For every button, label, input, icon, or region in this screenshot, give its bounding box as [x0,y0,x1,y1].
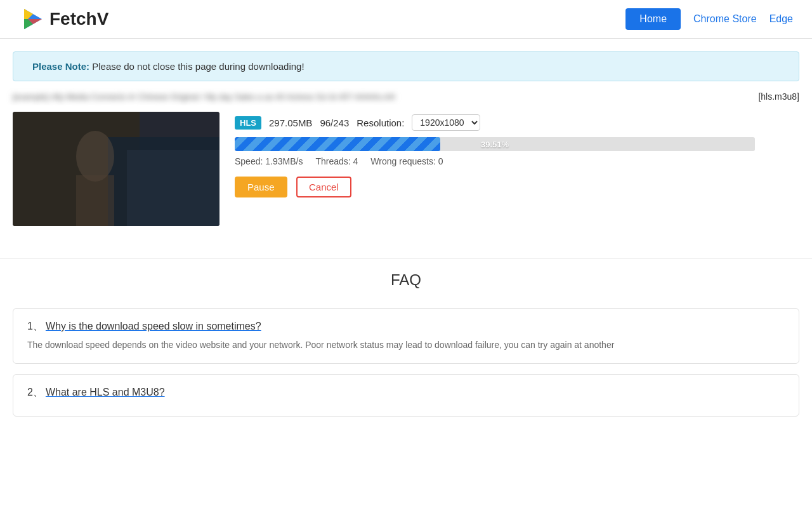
resolution-select[interactable]: 1920x1080 1280x720 854x480 [412,114,480,131]
download-meta: HLS 297.05MB 96/243 Resolution: 1920x108… [235,114,799,131]
faq-question-1: 1、Why is the download speed slow in some… [27,320,785,333]
svg-rect-10 [127,150,219,226]
url-suffix: [hls.m3u8] [758,91,799,102]
download-card: HLS 297.05MB 96/243 Resolution: 1920x108… [13,112,799,226]
cancel-button[interactable]: Cancel [296,177,351,197]
logo-area: FetchV [19,6,108,32]
nav-area: Home Chrome Store Edge [625,8,793,30]
faq-answer-1: The download speed depends on the video … [27,338,785,352]
wrong-requests-value: 0 [438,156,443,166]
progress-bar-text: 39.51% [481,140,509,149]
section-divider [0,258,812,258]
svg-rect-6 [13,112,140,226]
home-button[interactable]: Home [625,8,681,30]
faq-question-2: 2、What are HLS and M3U8? [27,386,785,399]
threads-label: Threads: [315,156,350,166]
progress-bar-fill [235,137,440,151]
svg-rect-5 [13,112,219,226]
video-thumbnail [13,112,219,226]
speed-value: 1.93MB/s [265,156,303,166]
notice-text: Please do not close this page during dow… [89,61,304,72]
edge-link[interactable]: Edge [769,13,793,25]
wrong-requests-stat: Wrong requests: 0 [370,156,443,166]
logo-text: FetchV [49,9,108,29]
download-buttons: Pause Cancel [235,177,799,197]
notice-banner: Please Note: Please do not close this pa… [13,51,799,81]
url-row: [example] nfty Media Connects #r Chinese… [0,88,812,105]
hls-badge: HLS [235,116,261,130]
faq-question-link-1[interactable]: Why is the download speed slow in someti… [46,321,261,331]
svg-rect-9 [76,175,114,226]
faq-question-link-2[interactable]: What are HLS and M3U8? [46,387,165,398]
faq-section: FAQ 1、Why is the download speed slow in … [0,265,812,439]
download-size: 297.05MB [269,117,312,128]
download-stats: Speed: 1.93MB/s Threads: 4 Wrong request… [235,156,799,166]
svg-point-8 [76,131,114,182]
svg-rect-7 [108,137,219,226]
pause-button[interactable]: Pause [235,177,287,197]
notice-bold: Please Note: [32,61,89,72]
threads-value: 4 [353,156,358,166]
wrong-requests-label: Wrong requests: [370,156,435,166]
faq-item-2: 2、What are HLS and M3U8? [13,374,799,417]
chrome-store-link[interactable]: Chrome Store [693,13,757,25]
resolution-label: Resolution: [357,117,404,128]
header: FetchV Home Chrome Store Edge [0,0,812,39]
faq-num-2: 2、 [27,387,43,398]
speed-stat: Speed: 1.93MB/s [235,156,303,166]
speed-label: Speed: [235,156,263,166]
faq-num-1: 1、 [27,321,43,331]
progress-count: 96/243 [320,117,349,128]
faq-item-1: 1、Why is the download speed slow in some… [13,308,799,364]
thumbnail-image [13,112,219,226]
url-blurred-text: [example] nfty Media Connects #r Chinese… [13,92,758,102]
download-section: HLS 297.05MB 96/243 Resolution: 1920x108… [0,105,812,239]
download-info: HLS 297.05MB 96/243 Resolution: 1920x108… [235,112,799,197]
threads-stat: Threads: 4 [315,156,358,166]
fetchv-logo-icon [19,6,44,32]
faq-title: FAQ [13,271,799,289]
progress-bar-container: 39.51% [235,137,755,151]
